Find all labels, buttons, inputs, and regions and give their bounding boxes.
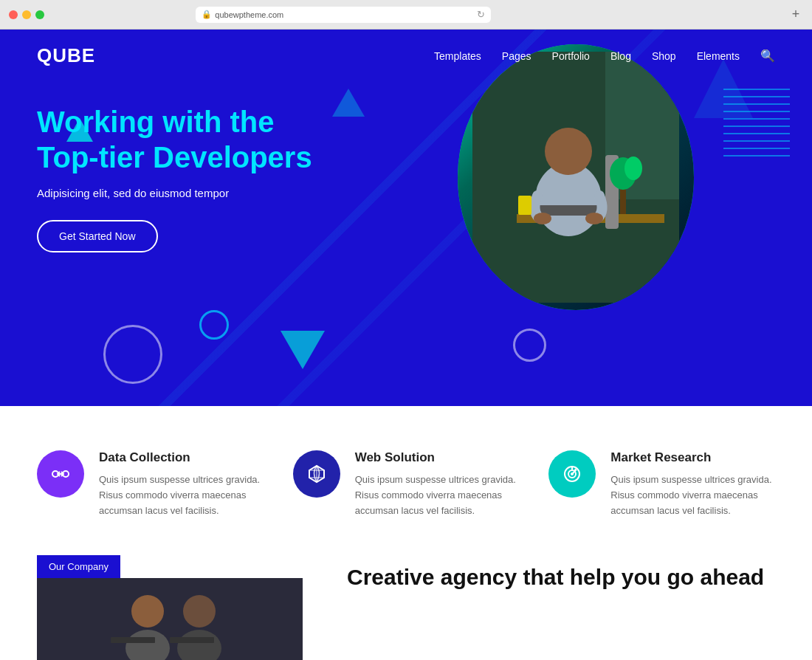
service-title-web-solution: Web Solution [355,450,520,465]
nav-links: Templates Pages Portfolio Blog Shop Elem… [434,49,775,63]
new-tab-button[interactable]: + [788,7,803,22]
service-market-research: Market Research Quis ipsum suspesse ultr… [548,450,775,518]
service-desc-data-collection: Quis ipsum suspesse ultrices gravida. Ri… [99,472,264,518]
refresh-icon[interactable]: ↻ [477,9,485,20]
company-section: Our Company Some Words [0,555,812,660]
svg-rect-18 [37,578,303,660]
hero-section: QUBE Templates Pages Portfolio Blog Shop… [0,30,812,406]
hero-image [458,44,694,310]
site-logo[interactable]: QUBE [37,44,95,67]
nav-shop[interactable]: Shop [652,50,676,62]
service-icon-data-collection [37,450,84,498]
hero-content: Working with the Top-tier Developers Adi… [0,82,369,252]
service-desc-market-research: Quis ipsum suspesse ultrices gravida. Ri… [610,472,775,518]
services-section: Data Collection Quis ipsum suspesse ultr… [0,406,812,555]
nav-templates[interactable]: Templates [434,50,481,62]
close-button[interactable] [9,10,18,19]
service-title-market-research: Market Research [610,450,775,465]
nav-pages[interactable]: Pages [502,50,531,62]
minimize-button[interactable] [22,10,31,19]
svg-point-21 [183,595,216,628]
service-text-data-collection: Data Collection Quis ipsum suspesse ultr… [99,450,264,518]
traffic-lights [9,10,44,19]
browser-chrome: 🔒 qubewptheme.com ↻ + [0,0,812,30]
nav-elements[interactable]: Elements [697,50,740,62]
svg-rect-12 [518,196,531,215]
company-right: Creative agency that help you go ahead [347,555,775,591]
service-text-web-solution: Web Solution Quis ipsum suspesse ultrice… [355,450,520,518]
company-right-title: Creative agency that help you go ahead [347,563,775,591]
service-web-solution: Web Solution Quis ipsum suspesse ultrice… [293,450,520,518]
svg-point-8 [585,213,603,224]
circle-decoration-small [199,310,229,340]
service-text-market-research: Market Research Quis ipsum suspesse ultr… [610,450,775,518]
triangle-decoration-bottom [281,331,325,369]
address-bar[interactable]: 🔒 qubewptheme.com ↻ [196,7,491,23]
service-data-collection: Data Collection Quis ipsum suspesse ultr… [37,450,264,518]
cta-button[interactable]: Get Started Now [37,220,158,252]
svg-rect-24 [170,637,214,643]
company-label: Our Company [37,555,120,578]
url-text: qubewptheme.com [215,10,283,19]
svg-point-19 [131,595,164,628]
service-icon-web-solution [293,450,340,498]
svg-point-11 [625,157,642,180]
fullscreen-button[interactable] [35,10,44,19]
circle-decoration-right [513,329,546,362]
hero-image-circle [458,44,694,310]
company-left: Our Company Some Words [37,555,303,660]
circle-decoration-large [103,325,162,384]
hero-subtitle: Adipisicing elit, sed do eiusmod tempor [37,187,332,199]
main-nav: QUBE Templates Pages Portfolio Blog Shop… [0,30,812,82]
nav-portfolio[interactable]: Portfolio [552,50,590,62]
service-desc-web-solution: Quis ipsum suspesse ultrices gravida. Ri… [355,472,520,518]
svg-point-5 [545,128,592,175]
search-icon[interactable]: 🔍 [760,49,775,63]
hero-title: Working with the Top-tier Developers [37,104,332,175]
svg-point-7 [534,213,551,224]
company-image [37,578,303,660]
nav-blog[interactable]: Blog [610,50,631,62]
service-title-data-collection: Data Collection [99,450,264,465]
service-icon-market-research [548,450,596,498]
lock-icon: 🔒 [202,10,212,19]
site-wrapper: QUBE Templates Pages Portfolio Blog Shop… [0,30,812,660]
svg-rect-23 [111,637,155,643]
